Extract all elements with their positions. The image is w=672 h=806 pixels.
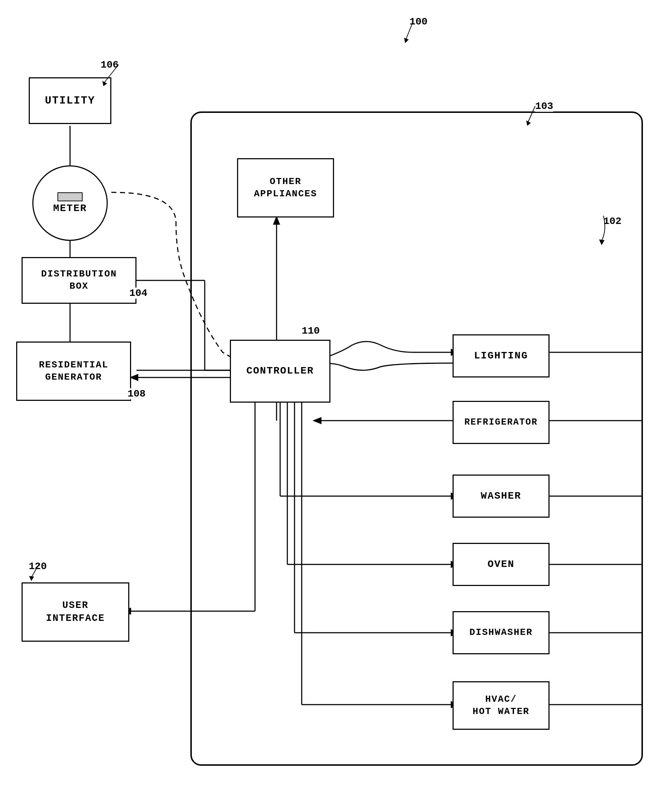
svg-line-39 [104, 65, 119, 83]
svg-line-46 [31, 565, 39, 577]
label-110: 110 [302, 325, 320, 337]
arrow-106 [97, 61, 126, 90]
label-108: 108 [127, 388, 145, 400]
svg-line-43 [528, 106, 535, 122]
label-104: 104 [129, 287, 147, 299]
lighting-box: LIGHTING [453, 334, 550, 377]
controller-box: CONTROLLER [230, 340, 330, 403]
oven-box: OVEN [453, 543, 550, 586]
arrow-100 [402, 18, 431, 47]
other-appliances-box: OTHER APPLIANCES [237, 158, 334, 218]
residential-generator-box: RESIDENTIAL GENERATOR [16, 342, 131, 401]
distribution-box: DISTRIBUTION BOX [21, 257, 137, 304]
user-interface-box: USER INTERFACE [21, 582, 129, 642]
refrigerator-box: REFRIGERATOR [453, 401, 550, 444]
arrow-102 [593, 212, 621, 248]
meter-circle: METER [32, 165, 108, 241]
svg-marker-47 [29, 576, 34, 581]
svg-marker-45 [599, 239, 604, 245]
washer-box: WASHER [453, 474, 550, 518]
arrow-103 [524, 102, 553, 131]
diagram: UTILITY 106 100 METER DISTRIBUTION BOX 1… [0, 0, 672, 806]
svg-line-41 [406, 21, 413, 40]
meter-inner-rect [58, 192, 82, 202]
hvac-box: HVAC/ HOT WATER [453, 681, 550, 730]
dishwasher-box: DISHWASHER [453, 611, 550, 654]
arrow-120 [25, 561, 46, 582]
